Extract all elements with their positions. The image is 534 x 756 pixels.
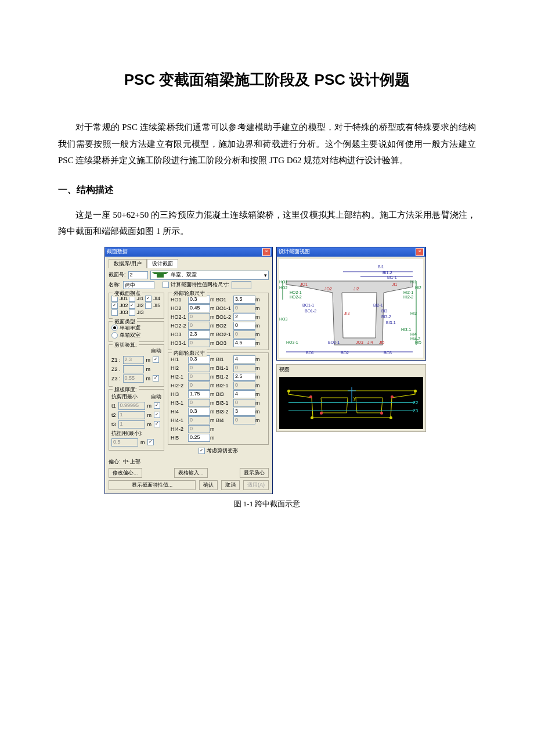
dim-input-HI4-1[interactable]: 0 — [188, 416, 210, 424]
document-title: PSC 变截面箱梁施工阶段及 PSC 设计例题 — [58, 70, 476, 90]
section-type-group: 截面类型 单箱单室 单箱双室 — [109, 321, 164, 342]
table-input-button[interactable]: 表格输入... — [174, 468, 208, 478]
t2-auto[interactable]: ✓ — [154, 412, 160, 418]
dim-input-HI4[interactable]: 3 — [233, 408, 255, 416]
web-thickness-group: 腹板厚度: 抗剪用最小自动 t10.99995m✓ t21m✓ t31m✓ 抗扭… — [109, 389, 164, 451]
dim-input-HI2-1[interactable]: 2.5 — [233, 373, 255, 381]
section-number-input[interactable]: 2 — [128, 271, 148, 279]
dim-input-HO3[interactable]: 0 — [233, 330, 255, 339]
section-name-label: 名称: — [109, 281, 121, 289]
var-point-J02[interactable]: ✓J02 — [111, 303, 128, 309]
dim-input-HI3[interactable]: 4 — [233, 390, 255, 398]
section-heading-1: 一、结构描述 — [58, 184, 476, 196]
design-section-titlebar: 设计截面视图 × — [277, 247, 425, 257]
section-diagram: BI1 BI1-2 BI1-1 HI1 HI2 HI2-1 HI2-2 HI3 … — [279, 259, 423, 358]
dim-input-HO3[interactable]: 2.3 — [188, 330, 210, 339]
var-point-JI2[interactable]: ✓JI2 — [129, 303, 145, 309]
offset-value: 中-上部 — [123, 458, 140, 466]
box-section-icon — [152, 272, 168, 278]
tor-auto[interactable]: ✓ — [147, 439, 154, 445]
dim-input-HO2-2[interactable]: 0 — [188, 322, 210, 330]
ok-button[interactable]: 确认 — [199, 480, 218, 490]
dim-input-HI2-1[interactable]: 0 — [188, 373, 210, 381]
cancel-button[interactable]: 取消 — [221, 480, 240, 490]
section-data-dialog: 截面数据 × 数据库/用户 设计截面 截面号: 2 — [104, 247, 273, 494]
section-name-input[interactable]: 跨中 — [123, 281, 154, 289]
dim-input-HO1[interactable]: 3.5 — [233, 296, 255, 304]
z3-auto[interactable]: ✓ — [153, 375, 159, 381]
t1-input[interactable]: 0.99995 — [118, 402, 145, 410]
dim-input-HI4[interactable]: 0.3 — [188, 408, 210, 416]
apply-button[interactable]: 适用(A) — [243, 480, 269, 490]
dim-input-HI4-2[interactable]: 0 — [188, 425, 210, 433]
tab-design-section[interactable]: 设计截面 — [147, 259, 178, 268]
close-icon[interactable]: × — [262, 248, 270, 256]
dialog-tabs: 数据库/用户 设计截面 — [109, 259, 269, 268]
dim-input-HO2[interactable]: 0.45 — [188, 304, 210, 312]
dim-input-HI3-1[interactable]: 0 — [233, 399, 255, 407]
z3-input[interactable]: 0.55 — [123, 375, 144, 383]
dim-input-HI1[interactable]: 4 — [233, 355, 255, 363]
show-props-button[interactable]: 显示截面特性值... — [109, 480, 196, 490]
dim-input-HO2[interactable]: 0 — [233, 304, 255, 312]
t1-auto[interactable]: ✓ — [154, 402, 160, 409]
section1-paragraph: 这是一座 50+62+50 的三跨预应力混凝土连续箱梁桥，这里仅模拟其上部结构。… — [58, 207, 476, 240]
ext-dim-group: 外部轮廓尺寸 HO10.3mBO13.5mHO20.45mBO1-10mHO2-… — [168, 293, 269, 350]
dim-input-HI4-1[interactable]: 0 — [233, 416, 255, 424]
shear-deform-checkbox[interactable]: ✓考虑剪切变形 — [199, 447, 238, 455]
tor-input[interactable]: 0.5 — [111, 438, 138, 447]
chevron-down-icon: ▾ — [264, 272, 267, 278]
dialog-title: 截面数据 — [107, 248, 128, 255]
intro-paragraph: 对于常规的 PSC 连续梁桥我们通常可以参考建模助手建立的模型，对于特殊的桥型或… — [58, 119, 476, 169]
dim-input-HO3-1[interactable]: 4.5 — [233, 339, 255, 347]
view-title: 视图 — [277, 365, 425, 375]
calc-grid-input[interactable] — [232, 281, 251, 289]
var-point-JI3[interactable]: JI3 — [129, 309, 145, 316]
edit-offset-button[interactable]: 修改偏心... — [109, 468, 142, 478]
var-point-JI5[interactable]: JI5 — [145, 303, 161, 309]
section-number-label: 截面号: — [109, 271, 126, 279]
dim-input-HI2[interactable]: 0 — [233, 364, 255, 372]
t3-input[interactable]: 1 — [118, 420, 145, 429]
var-point-group: 变截面拐点 J01JI1✓JI4✓J02✓JI2JI5J03JI3 — [109, 293, 164, 319]
dim-input-HO3-1[interactable]: 0 — [188, 339, 210, 347]
shear-check-group: 剪切验算: 自动 Z1 :2.3m✓ Z2 .m Z3 :0.55m✓ — [109, 344, 164, 387]
dim-input-HI3-1[interactable]: 0 — [188, 399, 210, 407]
dim-input-HI2-2[interactable]: 0 — [188, 381, 210, 390]
dim-input-HI5[interactable]: 0.25 — [188, 434, 210, 442]
svg-marker-0 — [152, 272, 168, 278]
t2-input[interactable]: 1 — [118, 411, 145, 419]
axis-y-label: y — [353, 395, 356, 401]
dialog-titlebar: 截面数据 × — [105, 247, 272, 257]
dim-input-HI3[interactable]: 1.75 — [188, 390, 210, 398]
z1-input[interactable]: 2.3 — [123, 356, 144, 364]
close-icon[interactable]: × — [416, 248, 424, 256]
section-type-select[interactable]: 单室、双室 ▾ — [150, 271, 269, 280]
dim-input-HO2-1[interactable]: 0 — [188, 313, 210, 321]
dim-input-HO2-1[interactable]: 2 — [233, 313, 255, 321]
t3-auto[interactable]: ✓ — [154, 421, 160, 427]
right-panels: 设计截面视图 × — [276, 247, 426, 494]
show-centroid-button[interactable]: 显示质心 — [240, 468, 269, 478]
z1-auto[interactable]: ✓ — [153, 357, 159, 363]
design-section-panel: 设计截面视图 × — [276, 247, 426, 361]
figure-1: 截面数据 × 数据库/用户 设计截面 截面号: 2 — [104, 247, 430, 494]
calc-grid-checkbox[interactable]: 计算截面特性值网格尺寸: — [163, 281, 230, 289]
tab-database[interactable]: 数据库/用户 — [109, 259, 147, 268]
z2-input[interactable] — [123, 365, 144, 373]
figure-caption: 图 1-1 跨中截面示意 — [58, 499, 476, 509]
document-page: PSC 变截面箱梁施工阶段及 PSC 设计例题 对于常规的 PSC 连续梁桥我们… — [0, 0, 534, 544]
inn-dim-group: 内部轮廓尺寸 HI10.3mBI14mHI20mBI1-10mHI2-10mBI… — [168, 352, 269, 445]
radio-double-cell[interactable]: 单箱双室 — [111, 332, 161, 339]
var-point-JI4[interactable]: ✓JI4 — [145, 296, 161, 302]
view-panel: 视图 — [276, 364, 426, 432]
dim-input-HI2-2[interactable]: 0 — [233, 381, 255, 390]
dim-input-HI2[interactable]: 0 — [188, 364, 210, 372]
dim-input-HO2-2[interactable]: 0 — [233, 322, 255, 330]
section-preview: Z2 Z3 y — [279, 377, 423, 429]
var-point-J03[interactable]: J03 — [111, 309, 128, 316]
offset-label: 偏心: — [109, 458, 121, 466]
